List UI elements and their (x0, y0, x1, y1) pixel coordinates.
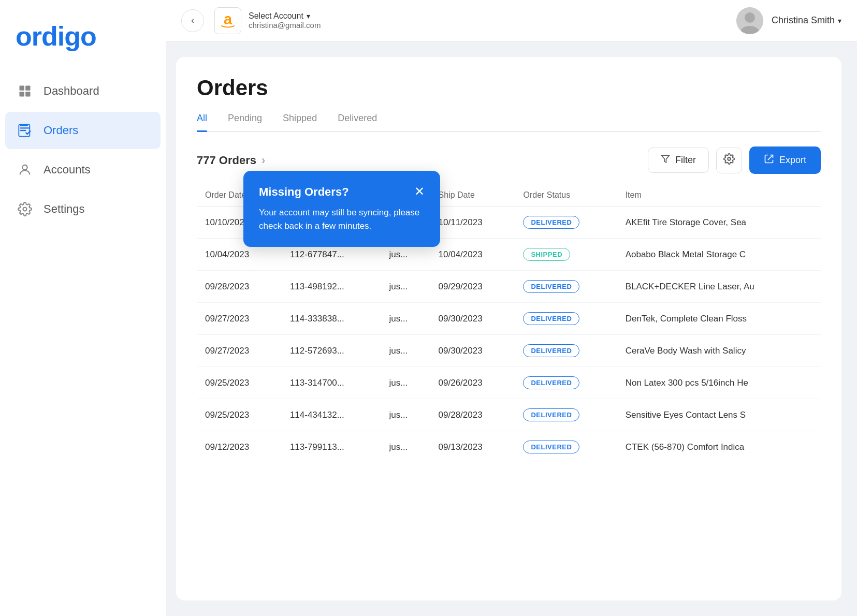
orders-count: 777 Orders › (197, 154, 265, 167)
col-header-ship-date: Ship Date (430, 184, 515, 207)
table-row[interactable]: 09/12/2023 113-799113... jus... 09/13/20… (197, 431, 821, 463)
top-header: ‹ a Select Account ▾ christina@gmail.com (166, 0, 857, 41)
cell-status: DELIVERED (515, 367, 617, 399)
cell-item: CeraVe Body Wash with Salicy (617, 335, 821, 367)
export-label: Export (779, 155, 806, 166)
modal-header: Missing Orders? ✕ (259, 185, 425, 199)
status-badge: DELIVERED (523, 344, 579, 357)
settings-icon (16, 200, 34, 218)
status-badge: DELIVERED (523, 376, 579, 389)
cell-item: Non Latex 300 pcs 5/16inch He (617, 367, 821, 399)
svg-rect-4 (20, 125, 28, 126)
sidebar-item-orders[interactable]: Orders (5, 112, 161, 149)
cell-status: SHIPPED (515, 239, 617, 271)
collapse-sidebar-button[interactable]: ‹ (181, 9, 204, 32)
cell-status: DELIVERED (515, 431, 617, 463)
status-badge: SHIPPED (523, 248, 570, 261)
svg-rect-3 (25, 92, 30, 96)
cell-order-num: 113-799113... (282, 431, 381, 463)
svg-point-9 (23, 208, 27, 211)
cell-col3: jus... (381, 335, 430, 367)
svg-marker-15 (661, 155, 669, 163)
toolbar-row: 777 Orders › Filter (197, 146, 821, 174)
sidebar-item-settings[interactable]: Settings (5, 190, 161, 228)
export-icon (764, 154, 774, 167)
cell-col3: jus... (381, 399, 430, 431)
cell-date: 09/25/2023 (197, 367, 282, 399)
svg-rect-2 (20, 92, 24, 96)
status-badge: DELIVERED (523, 312, 579, 325)
cell-status: DELIVERED (515, 207, 617, 239)
cell-date: 09/27/2023 (197, 335, 282, 367)
svg-point-8 (22, 165, 27, 170)
cell-col3: jus... (381, 431, 430, 463)
amazon-logo: a (214, 7, 241, 34)
tab-pending[interactable]: Pending (228, 113, 262, 131)
table-row[interactable]: 09/28/2023 113-498192... jus... 09/29/20… (197, 271, 821, 303)
col-header-item: Item (617, 184, 821, 207)
filter-button[interactable]: Filter (648, 148, 709, 173)
cell-date: 09/12/2023 (197, 431, 282, 463)
cell-date: 09/27/2023 (197, 303, 282, 335)
svg-text:a: a (224, 11, 233, 27)
sidebar-item-label-dashboard: Dashboard (43, 84, 99, 98)
svg-rect-0 (20, 86, 24, 91)
status-badge: DELIVERED (523, 441, 579, 453)
table-row[interactable]: 09/27/2023 112-572693... jus... 09/30/20… (197, 335, 821, 367)
page-title: Orders (197, 76, 821, 100)
sidebar-item-label-accounts: Accounts (43, 163, 91, 177)
tab-all[interactable]: All (197, 113, 207, 131)
cell-ship-date: 10/11/2023 (430, 207, 515, 239)
account-selector[interactable]: a Select Account ▾ christina@gmail.com (214, 7, 321, 34)
filter-label: Filter (675, 155, 696, 166)
accounts-icon (16, 160, 34, 179)
cell-ship-date: 09/28/2023 (430, 399, 515, 431)
logo-container: ordigo (0, 16, 166, 72)
cell-status: DELIVERED (515, 271, 617, 303)
user-menu[interactable]: Christina Smith ▾ (736, 7, 841, 34)
header-left: ‹ a Select Account ▾ christina@gmail.com (181, 7, 321, 34)
cell-ship-date: 09/29/2023 (430, 271, 515, 303)
tab-shipped[interactable]: Shipped (283, 113, 317, 131)
table-row[interactable]: 09/25/2023 113-314700... jus... 09/26/20… (197, 367, 821, 399)
main-area: ‹ a Select Account ▾ christina@gmail.com (166, 0, 857, 616)
cell-order-num: 114-434132... (282, 399, 381, 431)
cell-ship-date: 09/26/2023 (430, 367, 515, 399)
cell-status: DELIVERED (515, 399, 617, 431)
table-row[interactable]: 09/27/2023 114-333838... jus... 09/30/20… (197, 303, 821, 335)
modal-close-button[interactable]: ✕ (414, 185, 425, 198)
cell-item: AKEfit Tire Storage Cover, Sea (617, 207, 821, 239)
toolbar-actions: Filter (648, 146, 821, 174)
svg-rect-6 (20, 130, 26, 131)
sidebar-nav: Dashboard Orders (0, 72, 166, 228)
cell-item: Sensitive Eyes Contact Lens S (617, 399, 821, 431)
cell-date: 09/28/2023 (197, 271, 282, 303)
export-button[interactable]: Export (749, 146, 821, 174)
cell-date: 09/25/2023 (197, 399, 282, 431)
modal-title: Missing Orders? (259, 185, 349, 199)
cell-ship-date: 09/30/2023 (430, 303, 515, 335)
cell-col3: jus... (381, 303, 430, 335)
cell-item: BLACK+DECKER Line Laser, Au (617, 271, 821, 303)
svg-point-13 (745, 12, 755, 23)
chevron-right-icon: › (262, 154, 265, 167)
col-header-status: Order Status (515, 184, 617, 207)
cell-ship-date: 09/30/2023 (430, 335, 515, 367)
sidebar-item-label-orders: Orders (43, 124, 78, 137)
settings-button[interactable] (716, 148, 742, 173)
cell-status: DELIVERED (515, 303, 617, 335)
table-row[interactable]: 09/25/2023 114-434132... jus... 09/28/20… (197, 399, 821, 431)
cell-order-num: 113-498192... (282, 271, 381, 303)
sidebar-item-accounts[interactable]: Accounts (5, 151, 161, 188)
user-chevron-icon: ▾ (838, 17, 841, 25)
sidebar-item-dashboard[interactable]: Dashboard (5, 72, 161, 110)
status-badge: DELIVERED (523, 280, 579, 293)
select-account-label: Select Account ▾ (249, 11, 321, 21)
status-badge: DELIVERED (523, 216, 579, 229)
svg-rect-1 (25, 86, 30, 91)
modal-body: Your account may still be syncing, pleas… (259, 206, 425, 232)
cell-item: Aobabo Black Metal Storage C (617, 239, 821, 271)
orders-icon (16, 121, 34, 140)
cell-status: DELIVERED (515, 335, 617, 367)
tab-delivered[interactable]: Delivered (338, 113, 377, 131)
